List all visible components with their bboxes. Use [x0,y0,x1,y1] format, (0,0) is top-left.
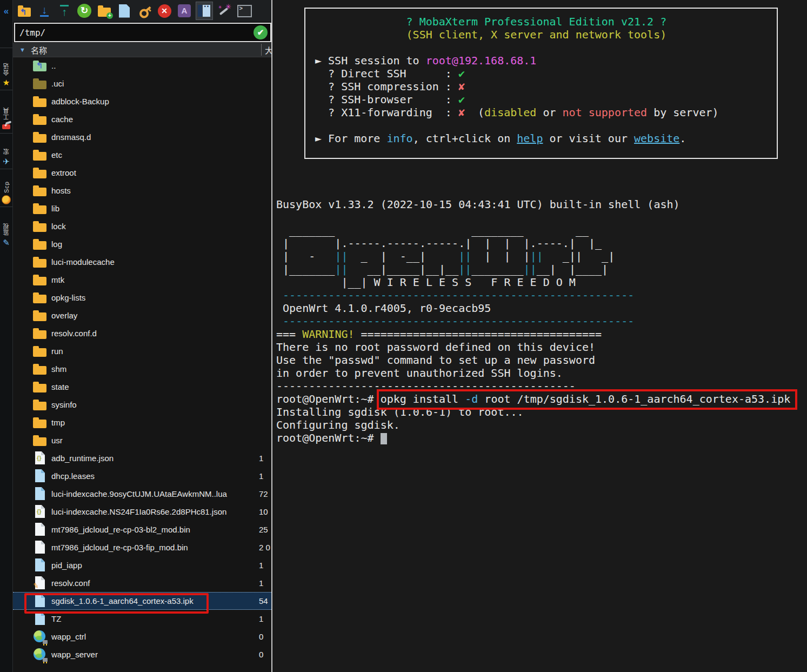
sidebar-tab-label: 工具 [2,107,11,120]
ssh-key-button[interactable] [136,2,152,19]
file-name: adb_runtime.json [51,454,114,463]
path-bar: /tmp/ ✔ [14,23,271,42]
banner-text: ? MobaXterm Professional Edition v21.2 ?… [315,15,777,145]
folder-icon [32,201,48,216]
file-row[interactable]: ✎resolv.conf1 [13,574,271,592]
refresh-icon: ↻ [77,4,91,18]
upload-button[interactable]: ↑ [56,2,72,19]
file-name: dnsmasq.d [51,132,91,142]
file-row[interactable]: {}adb_runtime.json1 [13,449,271,467]
file-row[interactable]: mt7986_jdcloud_re-cp-03-fip_mod.bin2 0 [13,538,271,556]
file-row[interactable]: {}luci-indexcache.NS24F1Ia0Rs6e.2d8PHc81… [13,503,271,521]
column-header-size[interactable]: 大 [265,44,271,56]
file-row[interactable]: dhcp.leases1 [13,467,271,485]
encoding-icon: A [178,4,191,17]
file-row[interactable]: wapp_server0 [13,646,271,663]
folder-row[interactable]: cache [13,110,271,128]
column-header-name[interactable]: 名称 [31,44,47,56]
sidebar-tab-sessions[interactable]: 会话 ★ [0,48,12,90]
collapse-sidebar-button[interactable]: « [1,4,12,18]
wizard-button[interactable]: ✳✳ [216,2,232,19]
folder-row[interactable]: opkg-lists [13,289,271,307]
folder-row[interactable]: lock [13,217,271,235]
file-row[interactable]: pid_iapp1 [13,556,271,574]
folder-icon [32,183,48,198]
folder-row[interactable]: shm [13,360,271,378]
folder-row[interactable]: state [13,378,271,396]
disconnect-button[interactable]: ✕ [156,2,172,19]
go-button[interactable]: ✔ [254,25,268,39]
knife-icon [2,124,10,129]
folder-icon [32,112,48,127]
column-divider[interactable] [261,44,262,56]
file-size: 10 [259,507,268,516]
new-file-button[interactable] [116,2,132,19]
file-name: lock [51,222,66,231]
folder-row[interactable]: log [13,235,271,253]
file-name: hosts [51,186,71,195]
folder-row[interactable]: .uci [13,75,271,92]
json-file-icon: {} [32,504,48,519]
folder-icon [32,344,48,358]
folder-row[interactable]: overlay [13,307,271,324]
new-file-icon [119,4,130,18]
file-row[interactable]: mt7986_jdcloud_re-cp-03-bl2_mod.bin25 [13,521,271,538]
terminal-output[interactable]: BusyBox v1.33.2 (2022-10-15 04:43:41 UTC… [276,198,790,444]
file-name: adblock-Backup [51,97,109,106]
split-view-button[interactable] [196,2,212,19]
folder-icon [32,94,48,109]
folder-row[interactable]: ↰.. [13,57,271,75]
parent-directory-button[interactable]: ↰ [16,2,32,19]
folder-row[interactable]: adblock-Backup [13,92,271,110]
folder-row[interactable]: lib [13,199,271,217]
folder-row[interactable]: etc [13,146,271,164]
folder-icon [32,148,48,162]
folder-row[interactable]: hosts [13,182,271,199]
file-size: 1 [259,454,263,463]
file-size: 54 [259,596,268,606]
terminal-button[interactable] [236,2,252,19]
left-tab-strip: « 会话 ★ 工具 宏 ✈ Scp 监视 ✎ [0,0,13,672]
sidebar-tab-macros[interactable]: 宏 ✈ [0,133,12,169]
folder-row[interactable]: dnsmasq.d [13,128,271,146]
terminal-pane[interactable]: ? MobaXterm Professional Edition v21.2 ?… [272,0,807,672]
folder-row[interactable]: resolv.conf.d [13,324,271,342]
file-row[interactable]: sgdisk_1.0.6-1_aarch64_cortex-a53.ipk54 [13,592,271,610]
new-folder-button[interactable]: + [96,2,112,19]
ssh-key-icon [135,1,155,21]
hidden-folder-icon [32,76,48,91]
folder-row[interactable]: sysinfo [13,396,271,414]
paper-plane-icon: ✈ [3,157,10,167]
file-name: luci-indexcache.NS24F1Ia0Rs6e.2d8PHc81.j… [51,507,226,516]
file-size: 0 [259,632,263,641]
file-size: 1 [259,471,263,481]
folder-row[interactable]: extroot [13,164,271,182]
path-input[interactable]: /tmp/ [15,28,254,38]
file-row[interactable]: wapp_ctrl0 [13,628,271,646]
file-name: resolv.conf.d [51,329,97,338]
folder-row[interactable]: luci-modulecache [13,253,271,271]
split-view-icon [198,4,211,17]
upload-icon: ↑ [60,5,69,17]
file-icon [32,487,48,501]
sort-direction-icon: ▼ [19,46,25,53]
file-name: usr [51,436,63,445]
folder-icon [32,255,48,269]
sidebar-tab-scp[interactable]: Scp [0,169,12,207]
file-row[interactable]: TZ1 [13,610,271,628]
sidebar-tab-tools[interactable]: 工具 [0,90,12,133]
folder-row[interactable]: usr [13,431,271,449]
encoding-button[interactable]: A [176,2,192,19]
download-button[interactable]: ↓ [36,2,52,19]
folder-row[interactable]: mtk [13,271,271,289]
parent-folder-icon: ↰ [32,58,48,73]
folder-row[interactable]: run [13,342,271,360]
file-name: dhcp.leases [51,471,95,481]
sidebar-tab-label: 宏 [2,148,11,155]
file-size: 2 0 [259,543,270,552]
folder-row[interactable]: tmp [13,414,271,431]
sidebar-tab-monitor[interactable]: 监视 ✎ [0,207,12,250]
file-name: tmp [51,418,65,427]
file-row[interactable]: luci-indexcache.9osyCtUJM.UAtaEAwkmNM..l… [13,485,271,503]
refresh-button[interactable]: ↻ [76,2,92,19]
